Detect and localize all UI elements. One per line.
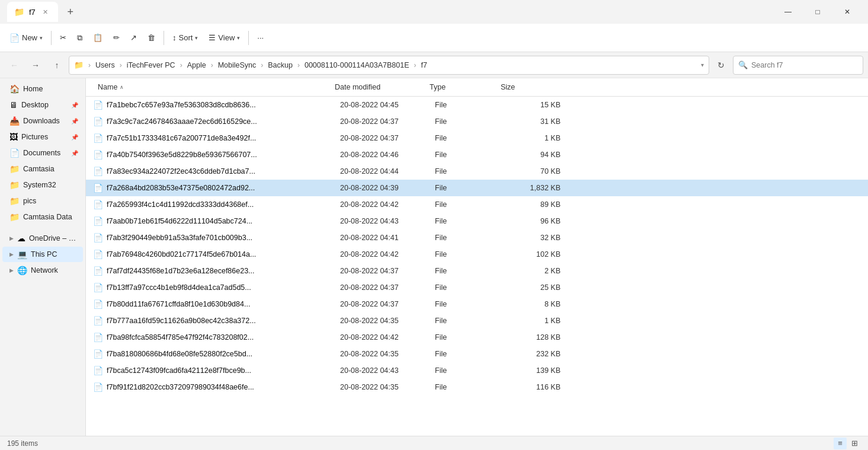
sidebar-label-documents: Documents: [23, 149, 60, 157]
sidebar-item-downloads[interactable]: 📥 Downloads 📌: [2, 113, 83, 129]
close-button[interactable]: ✕: [834, 2, 861, 21]
network-icon: 🌐: [17, 266, 27, 275]
col-header-type[interactable]: Type: [425, 81, 496, 94]
sidebar-item-thispc[interactable]: ▶ 💻 This PC: [2, 247, 83, 262]
sort-icon: ↕: [172, 33, 177, 42]
sidebar-label-camtasia: Camtasia: [23, 165, 55, 173]
more-button[interactable]: ···: [252, 27, 268, 49]
title-bar: 📁 f7 ✕ + — □ ✕: [0, 0, 868, 24]
toolbar: 📄 New ▾ ✂ ⧉ 📋 ✏ ↗ 🗑 ↕ Sort ▾ ☰ View ▾ ··…: [0, 24, 868, 52]
copy-button[interactable]: ⧉: [72, 27, 87, 49]
sidebar-item-desktop[interactable]: 🖥 Desktop 📌: [2, 97, 83, 113]
sidebar-item-system32[interactable]: 📁 System32: [2, 177, 83, 193]
share-button[interactable]: ↗: [126, 27, 142, 49]
onedrive-expand-icon: ▶: [9, 235, 14, 241]
breadcrumb-mobilesync[interactable]: MobileSync: [218, 61, 257, 69]
sidebar-item-network[interactable]: ▶ 🌐 Network: [2, 263, 83, 278]
col-header-date[interactable]: Date modified: [330, 81, 425, 94]
file-size: 2 KB: [506, 267, 565, 275]
sort-button[interactable]: ↕ Sort ▾: [168, 27, 203, 49]
sidebar-item-camtasia-data[interactable]: 📁 Camtasia Data: [2, 209, 83, 225]
file-type: File: [435, 300, 506, 308]
file-icon: 📄: [93, 216, 103, 226]
file-list: 📄 f7a1bebc7c657e93a7fe5363083d8cdb8636..…: [86, 97, 868, 436]
file-row[interactable]: 📄 f7a1bebc7c657e93a7fe5363083d8cdb8636..…: [86, 97, 868, 113]
file-name: f7bf91f21d8202ccb372097989034f48ae6fe...: [107, 383, 340, 391]
file-type: File: [435, 167, 506, 175]
file-row[interactable]: 📄 f7a3c9c7ac24678463aaae72ec6d616529ce..…: [86, 113, 868, 130]
sidebar-item-pics[interactable]: 📁 pics: [2, 193, 83, 209]
tab-close-button[interactable]: ✕: [40, 7, 51, 17]
breadcrumb-apple[interactable]: Apple: [187, 61, 206, 69]
file-row[interactable]: 📄 f7ba818080686b4fd68e08fe52880f2ce5bd..…: [86, 346, 868, 362]
sidebar-item-documents[interactable]: 📄 Documents 📌: [2, 145, 83, 161]
new-button[interactable]: 📄 New ▾: [5, 27, 47, 49]
sidebar-item-onedrive[interactable]: ▶ ☁ OneDrive – Persona: [2, 231, 83, 246]
file-date: 20-08-2022 04:37: [340, 117, 435, 126]
file-row[interactable]: 📄 f7a7c51b17333481c67a200771de8a3e492f..…: [86, 130, 868, 146]
sidebar-item-home[interactable]: 🏠 Home: [2, 81, 83, 97]
refresh-button[interactable]: ↻: [712, 56, 731, 75]
view-toggle: ≡ ⊞: [834, 438, 861, 449]
file-type: File: [435, 101, 506, 109]
minimize-button[interactable]: —: [774, 2, 802, 21]
maximize-button[interactable]: □: [804, 2, 831, 21]
grid-view-button[interactable]: ⊞: [848, 438, 861, 449]
address-dropdown-icon[interactable]: ▾: [701, 62, 704, 68]
breadcrumb-sep-4: ›: [211, 61, 213, 69]
file-row[interactable]: 📄 f7aab0b71eb61f54d6222d11104d5abc724...…: [86, 213, 868, 229]
breadcrumb-home-icon: 📁: [74, 60, 84, 69]
sidebar-item-camtasia[interactable]: 📁 Camtasia: [2, 161, 83, 177]
paste-button[interactable]: 📋: [88, 27, 107, 49]
file-row[interactable]: 📄 f7af7df24435f68e1d7b23e6a128ecef86e23.…: [86, 263, 868, 279]
breadcrumb-pc[interactable]: iTechFever PC: [127, 61, 175, 69]
rename-button[interactable]: ✏: [108, 27, 124, 49]
back-button[interactable]: ←: [5, 56, 24, 75]
search-input[interactable]: [751, 61, 858, 69]
forward-button[interactable]: →: [26, 56, 45, 75]
file-row[interactable]: 📄 f7b13ff7a97ccc4b1eb9f8d4dea1ca7ad5d5..…: [86, 279, 868, 296]
file-name: f7af7df24435f68e1d7b23e6a128ecef86e23...: [107, 267, 340, 275]
tab-f7[interactable]: 📁 f7 ✕: [7, 2, 58, 22]
pin-icon-downloads: 📌: [71, 118, 78, 125]
sidebar-item-pictures[interactable]: 🖼 Pictures 📌: [2, 129, 83, 145]
file-name: f7b13ff7a97ccc4b1eb9f8d4dea1ca7ad5d5...: [107, 283, 340, 292]
file-size: 232 KB: [506, 350, 565, 358]
delete-button[interactable]: 🗑: [143, 27, 160, 49]
file-icon: 📄: [93, 299, 103, 309]
file-row[interactable]: 📄 f7a265993f4c1c4d11992dcd3333dd4368ef..…: [86, 196, 868, 213]
breadcrumb-device[interactable]: 00008110-000114A03A7B801E: [305, 61, 409, 69]
file-row[interactable]: 📄 f7bf91f21d8202ccb372097989034f48ae6fe.…: [86, 379, 868, 395]
file-date: 20-08-2022 04:37: [340, 283, 435, 292]
col-header-name[interactable]: Name ∧: [93, 81, 330, 94]
breadcrumb-f7[interactable]: f7: [421, 61, 427, 69]
address-bar[interactable]: 📁 › Users › iTechFever PC › Apple › Mobi…: [69, 56, 709, 75]
new-tab-button[interactable]: +: [60, 2, 81, 22]
file-row[interactable]: 📄 f7b80dd11fa67671cffda8f10e1d630b9d84..…: [86, 296, 868, 312]
file-row[interactable]: 📄 f7b777aa16fd59c11626a9b08ec42c38a372..…: [86, 312, 868, 329]
file-row[interactable]: 📄 f7a268a4bd2083b53e47375e0802472ad92...…: [86, 180, 868, 196]
file-row[interactable]: 📄 f7a40b7540f3963e5d8229b8e59367566707..…: [86, 146, 868, 163]
file-row[interactable]: 📄 f7ba98fcfca58854f785e47f92f4c783208f02…: [86, 329, 868, 346]
file-row[interactable]: 📄 f7bca5c12743f09fcad6fa42112e8f7fbce9b.…: [86, 362, 868, 379]
file-row[interactable]: 📄 f7a83ec934a224072f2ec43c6ddeb7d1cba7..…: [86, 163, 868, 180]
file-date: 20-08-2022 04:43: [340, 366, 435, 375]
list-view-button[interactable]: ≡: [834, 438, 847, 449]
search-box[interactable]: 🔍: [733, 56, 863, 75]
new-icon: 📄: [9, 33, 20, 43]
file-row[interactable]: 📄 f7ab3f290449ebb91a53a3fafe701cb009b3..…: [86, 229, 868, 246]
file-type: File: [435, 267, 506, 275]
file-icon: 📄: [93, 133, 103, 143]
breadcrumb-backup[interactable]: Backup: [268, 61, 293, 69]
column-headers: Name ∧ Date modified Type Size: [86, 78, 868, 97]
file-icon: 📄: [93, 100, 103, 110]
up-button[interactable]: ↑: [47, 56, 66, 75]
view-button[interactable]: ☰ View ▾: [204, 27, 245, 49]
view-icon: ☰: [209, 33, 216, 42]
breadcrumb-users[interactable]: Users: [95, 61, 115, 69]
col-header-size[interactable]: Size: [496, 81, 555, 94]
cut-button[interactable]: ✂: [55, 27, 71, 49]
file-name: f7b80dd11fa67671cffda8f10e1d630b9d84...: [107, 300, 340, 308]
file-row[interactable]: 📄 f7ab76948c4260bd021c77174f5de67b014a..…: [86, 246, 868, 263]
camtasia-data-icon: 📁: [9, 212, 20, 222]
